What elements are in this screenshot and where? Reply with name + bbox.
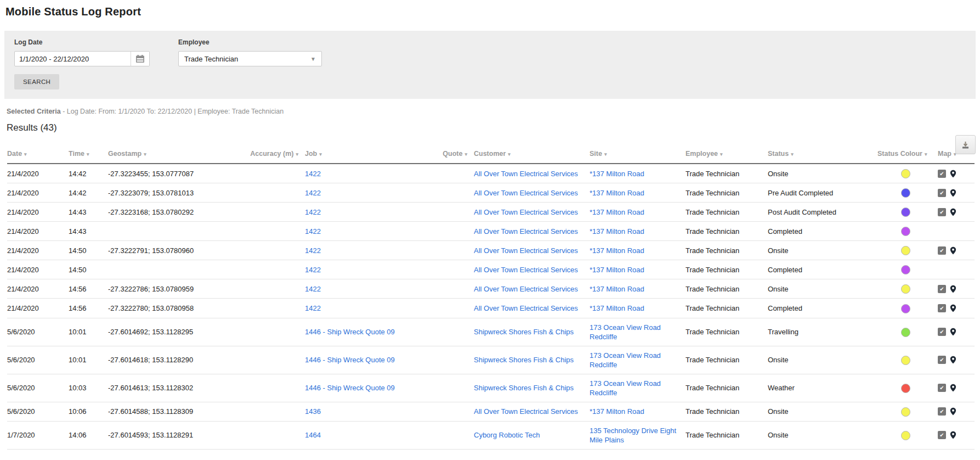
date-cell: 21/4/2020 (7, 241, 69, 260)
map-checkbox[interactable]: ✔ (938, 356, 946, 364)
job-link[interactable]: 1422 (305, 246, 321, 255)
column-header-time[interactable]: Time▾ (69, 144, 108, 164)
column-header-customer[interactable]: Customer▾ (474, 144, 590, 164)
geostamp-cell (108, 260, 250, 279)
job-link[interactable]: 1422 (305, 189, 321, 197)
accuracy-cell (250, 183, 305, 203)
column-header-quote[interactable]: Quote▾ (433, 144, 474, 164)
column-header-status[interactable]: Status▾ (768, 144, 877, 164)
site-link[interactable]: *137 Milton Road (590, 266, 644, 274)
customer-link[interactable]: All Over Town Electrical Services (474, 285, 578, 293)
map-checkbox[interactable]: ✔ (938, 246, 946, 255)
accuracy-cell (250, 222, 305, 241)
column-header-employee[interactable]: Employee▾ (686, 144, 768, 164)
employee-cell: Trade Technician (686, 183, 768, 203)
customer-link[interactable]: Shipwreck Shores Fish & Chips (474, 328, 574, 336)
map-pin-icon[interactable] (950, 384, 956, 392)
customer-link[interactable]: All Over Town Electrical Services (474, 189, 578, 197)
geostamp-cell: -27.3222780; 153.0780958 (108, 299, 250, 318)
export-download-button[interactable] (955, 135, 976, 154)
column-label: Quote (443, 150, 462, 158)
job-link[interactable]: 1422 (305, 266, 321, 274)
customer-link[interactable]: All Over Town Electrical Services (474, 208, 578, 216)
map-checkbox[interactable]: ✔ (938, 304, 946, 312)
map-pin-icon[interactable] (950, 431, 956, 439)
map-cell: ✔ (938, 299, 975, 318)
map-pin-icon[interactable] (950, 170, 956, 178)
job-link[interactable]: 1422 (305, 227, 321, 235)
column-header-status_colour[interactable]: Status Colour▾ (877, 144, 938, 164)
map-pin-icon[interactable] (950, 246, 956, 255)
calendar-button[interactable] (131, 52, 149, 66)
column-header-accuracy[interactable]: Accuracy (m)▾ (250, 144, 305, 164)
accuracy-cell (250, 260, 305, 279)
log-date-input[interactable] (15, 52, 131, 66)
map-checkbox[interactable]: ✔ (938, 384, 946, 392)
status_colour-cell (877, 299, 938, 318)
job-link[interactable]: 1422 (305, 285, 321, 293)
job-link[interactable]: 1446 - Ship Wreck Quote 09 (305, 328, 395, 336)
column-header-date[interactable]: Date▾ (7, 144, 69, 164)
map-checkbox[interactable]: ✔ (938, 407, 946, 416)
status_colour-cell (877, 222, 938, 241)
table-row: 21/4/202014:431422All Over Town Electric… (7, 222, 975, 241)
customer-link[interactable]: All Over Town Electrical Services (474, 304, 578, 312)
column-header-site[interactable]: Site▾ (590, 144, 686, 164)
site-link[interactable]: *137 Milton Road (590, 246, 644, 255)
map-checkbox[interactable]: ✔ (938, 328, 946, 336)
geostamp-cell (108, 222, 250, 241)
site-link[interactable]: *137 Milton Road (590, 208, 644, 216)
site-link[interactable]: *137 Milton Road (590, 407, 644, 416)
customer-link[interactable]: Cyborg Robotic Tech (474, 431, 540, 439)
map-checkbox[interactable]: ✔ (938, 189, 946, 197)
customer-link[interactable]: All Over Town Electrical Services (474, 266, 578, 274)
column-header-geostamp[interactable]: Geostamp▾ (108, 144, 250, 164)
site-link[interactable]: 135 Technology Drive Eight Mile Plains (590, 427, 676, 444)
quote-cell (433, 346, 474, 374)
map-checkbox[interactable]: ✔ (938, 431, 946, 439)
job-link[interactable]: 1446 - Ship Wreck Quote 09 (305, 384, 395, 392)
customer-link[interactable]: All Over Town Electrical Services (474, 170, 578, 178)
column-label: Date (7, 150, 22, 158)
site-link[interactable]: 173 Ocean View Road Redcliffe (590, 351, 661, 369)
map-checkbox[interactable]: ✔ (938, 285, 946, 293)
map-pin-icon[interactable] (950, 304, 956, 312)
sort-arrow-icon: ▾ (144, 152, 146, 157)
column-header-job[interactable]: Job▾ (305, 144, 433, 164)
column-label: Status (768, 150, 789, 158)
time-cell: 10:06 (69, 402, 108, 421)
site-link[interactable]: 173 Ocean View Road Redcliffe (590, 379, 661, 397)
job-link[interactable]: 1436 (305, 407, 321, 416)
site-link[interactable]: 173 Ocean View Road Redcliffe (590, 323, 661, 341)
map-checkbox[interactable]: ✔ (938, 208, 946, 216)
job-link[interactable]: 1464 (305, 431, 321, 439)
customer-link[interactable]: Shipwreck Shores Fish & Chips (474, 356, 574, 364)
map-pin-icon[interactable] (950, 407, 956, 416)
map-pin-icon[interactable] (950, 208, 956, 216)
site-link[interactable]: *137 Milton Road (590, 304, 644, 312)
employee-select[interactable]: Trade Technician ▼ (178, 51, 322, 66)
status-colour-dot (901, 265, 910, 274)
job-link[interactable]: 1422 (305, 208, 321, 216)
site-link[interactable]: *137 Milton Road (590, 285, 644, 293)
search-button[interactable]: SEARCH (14, 74, 59, 89)
customer-link[interactable]: All Over Town Electrical Services (474, 246, 578, 255)
site-link[interactable]: *137 Milton Road (590, 170, 644, 178)
employee-label: Employee (178, 38, 322, 46)
job-link[interactable]: 1446 - Ship Wreck Quote 09 (305, 356, 395, 364)
site-link[interactable]: *137 Milton Road (590, 189, 644, 197)
job-link[interactable]: 1422 (305, 304, 321, 312)
site-link[interactable]: *137 Milton Road (590, 227, 644, 235)
map-checkbox[interactable]: ✔ (938, 170, 946, 178)
customer-link[interactable]: Shipwreck Shores Fish & Chips (474, 384, 574, 392)
map-pin-icon[interactable] (950, 189, 956, 197)
job-cell: 1464 (305, 421, 433, 449)
customer-link[interactable]: All Over Town Electrical Services (474, 407, 578, 416)
customer-cell: Cyborg Robotic Tech (474, 421, 590, 449)
table-row: 21/4/202014:42-27.3223079; 153.078101314… (7, 183, 975, 203)
map-pin-icon[interactable] (950, 285, 956, 293)
map-pin-icon[interactable] (950, 356, 956, 364)
map-pin-icon[interactable] (950, 328, 956, 336)
job-link[interactable]: 1422 (305, 170, 321, 178)
customer-link[interactable]: All Over Town Electrical Services (474, 227, 578, 235)
